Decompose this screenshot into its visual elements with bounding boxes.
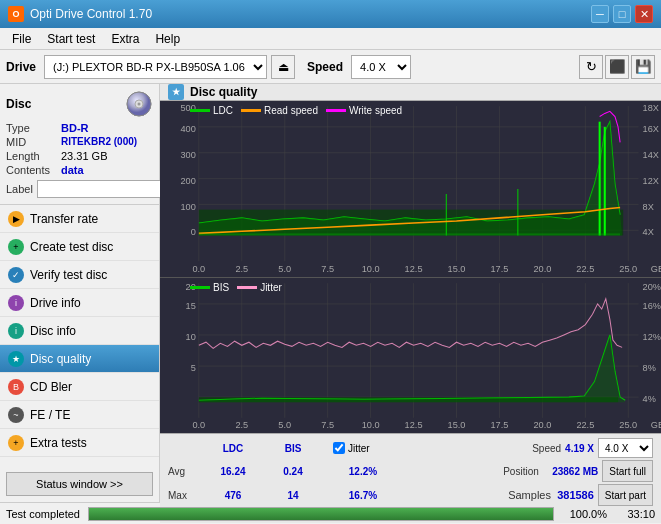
toolbar: Drive (J:) PLEXTOR BD-R PX-LB950SA 1.06 …	[0, 50, 661, 84]
read-speed-legend: Read speed	[264, 105, 318, 116]
svg-text:10: 10	[186, 332, 196, 342]
minimize-button[interactable]: ─	[591, 5, 609, 23]
status-window-button[interactable]: Status window >>	[6, 472, 153, 496]
svg-text:300: 300	[180, 150, 195, 160]
drive-select[interactable]: (J:) PLEXTOR BD-R PX-LB950SA 1.06	[44, 55, 267, 79]
svg-text:200: 200	[180, 176, 195, 186]
svg-rect-52	[160, 278, 661, 433]
type-label: Type	[6, 122, 61, 134]
avg-label: Avg	[168, 466, 203, 477]
length-label: Length	[6, 150, 61, 162]
disc-info-label: Disc info	[30, 324, 76, 338]
toolbar-btn-3[interactable]: 💾	[631, 55, 655, 79]
content-area: ★ Disc quality LDC Read speed	[160, 84, 661, 502]
lower-chart-svg: 20 15 10 5 20% 16% 12% 8% 4% 0.0 2.5 5.0…	[160, 278, 661, 433]
avg-jitter: 12.2%	[333, 466, 393, 477]
start-full-button[interactable]: Start full	[602, 460, 653, 482]
disc-icon	[125, 90, 153, 118]
bis-legend: BIS	[213, 282, 229, 293]
contents-value: data	[61, 164, 84, 176]
sidebar-item-drive-info[interactable]: i Drive info	[0, 289, 159, 317]
speed-select[interactable]: 4.0 X	[351, 55, 411, 79]
svg-text:400: 400	[180, 124, 195, 134]
verify-test-icon: ✓	[8, 267, 24, 283]
sidebar-item-fe-te[interactable]: ~ FE / TE	[0, 401, 159, 429]
length-value: 23.31 GB	[61, 150, 107, 162]
svg-text:0.0: 0.0	[192, 264, 205, 274]
svg-text:15.0: 15.0	[448, 264, 466, 274]
jitter-checkbox-container[interactable]: Jitter	[333, 442, 370, 454]
fe-te-icon: ~	[8, 407, 24, 423]
disc-quality-title: Disc quality	[190, 85, 257, 99]
svg-text:14X: 14X	[643, 150, 659, 160]
menu-help[interactable]: Help	[147, 30, 188, 48]
upper-legend: LDC Read speed Write speed	[190, 105, 402, 116]
sidebar-item-extra-tests[interactable]: + Extra tests	[0, 429, 159, 457]
close-button[interactable]: ✕	[635, 5, 653, 23]
progress-fill	[89, 508, 553, 520]
svg-text:8%: 8%	[643, 363, 656, 373]
pos-value: 23862 MB	[552, 466, 598, 477]
sidebar-item-cd-bler[interactable]: B CD Bler	[0, 373, 159, 401]
speed-value-stats: 4.19 X	[565, 443, 594, 454]
position-info: Position 23862 MB	[503, 466, 598, 477]
speed-label: Speed	[307, 60, 343, 74]
svg-text:12%: 12%	[643, 332, 661, 342]
svg-text:17.5: 17.5	[491, 420, 509, 430]
label-label: Label	[6, 183, 33, 195]
svg-text:0.0: 0.0	[192, 420, 205, 430]
max-ldc: 476	[203, 490, 263, 501]
svg-text:5.0: 5.0	[278, 420, 291, 430]
sidebar-item-verify-test-disc[interactable]: ✓ Verify test disc	[0, 261, 159, 289]
lower-chart: BIS Jitter	[160, 278, 661, 433]
disc-info-icon: i	[8, 323, 24, 339]
disc-quality-header-icon: ★	[168, 84, 184, 100]
bis-col-header: BIS	[263, 443, 323, 454]
svg-text:8X: 8X	[643, 202, 654, 212]
disc-section: Disc	[0, 84, 159, 205]
window-controls: ─ □ ✕	[591, 5, 653, 23]
menu-file[interactable]: File	[4, 30, 39, 48]
mid-value: RITEKBR2 (000)	[61, 136, 137, 148]
svg-text:10.0: 10.0	[362, 420, 380, 430]
samples-value: 381586	[557, 489, 594, 501]
toolbar-btn-2[interactable]: ⬛	[605, 55, 629, 79]
svg-text:2.5: 2.5	[235, 420, 248, 430]
sidebar-item-transfer-rate[interactable]: ▶ Transfer rate	[0, 205, 159, 233]
mid-label: MID	[6, 136, 61, 148]
svg-text:12.5: 12.5	[405, 264, 423, 274]
svg-text:22.5: 22.5	[576, 420, 594, 430]
upper-chart-svg: 500 400 300 200 100 0 18X 16X 14X 12X 8X…	[160, 101, 661, 277]
main-layout: Disc	[0, 84, 661, 502]
start-part-button[interactable]: Start part	[598, 484, 653, 506]
max-jitter: 16.7%	[333, 490, 393, 501]
sidebar-item-create-test-disc[interactable]: + Create test disc	[0, 233, 159, 261]
max-label: Max	[168, 490, 203, 501]
fe-te-label: FE / TE	[30, 408, 70, 422]
svg-text:15: 15	[186, 301, 196, 311]
sidebar-item-disc-info[interactable]: i Disc info	[0, 317, 159, 345]
verify-test-label: Verify test disc	[30, 268, 107, 282]
speed-select-stats[interactable]: 4.0 X	[598, 438, 653, 458]
jitter-legend: Jitter	[260, 282, 282, 293]
toolbar-btn-1[interactable]: ↻	[579, 55, 603, 79]
menu-start-test[interactable]: Start test	[39, 30, 103, 48]
maximize-button[interactable]: □	[613, 5, 631, 23]
ldc-legend: LDC	[213, 105, 233, 116]
type-value: BD-R	[61, 122, 89, 134]
svg-text:16%: 16%	[643, 301, 661, 311]
disc-quality-icon: ★	[8, 351, 24, 367]
jitter-label: Jitter	[348, 443, 370, 454]
drive-info-label: Drive info	[30, 296, 81, 310]
svg-point-3	[138, 103, 141, 106]
app-title: Opti Drive Control 1.70	[30, 7, 591, 21]
status-text: Test completed	[6, 508, 80, 520]
cd-bler-icon: B	[8, 379, 24, 395]
sidebar-item-disc-quality[interactable]: ★ Disc quality	[0, 345, 159, 373]
chart-area: LDC Read speed Write speed	[160, 101, 661, 433]
nav-section: ▶ Transfer rate + Create test disc ✓ Ver…	[0, 205, 159, 466]
jitter-checkbox[interactable]	[333, 442, 345, 454]
svg-text:5: 5	[191, 363, 196, 373]
menu-extra[interactable]: Extra	[103, 30, 147, 48]
eject-button[interactable]: ⏏	[271, 55, 295, 79]
